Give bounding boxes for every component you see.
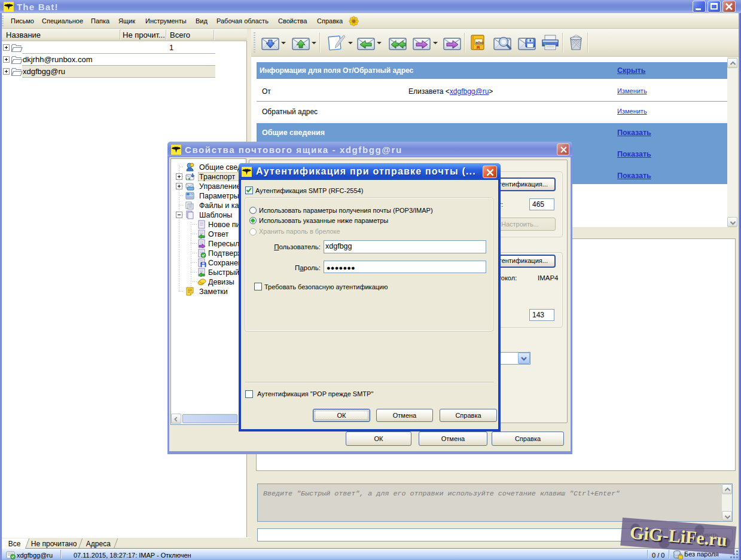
- svg-text:abc: abc: [475, 40, 484, 45]
